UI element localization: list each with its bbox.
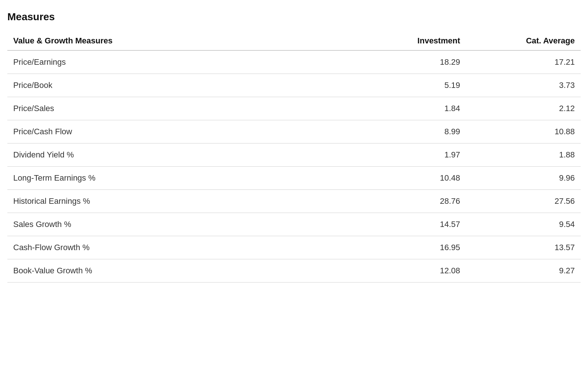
measures-table: Value & Growth Measures Investment Cat. …: [7, 32, 581, 283]
header-cat-average: Cat. Average: [466, 32, 581, 50]
table-row: Dividend Yield %1.971.88: [7, 143, 581, 167]
cell-cat-average: 9.27: [466, 259, 581, 283]
cell-cat-average: 13.57: [466, 236, 581, 259]
cell-cat-average: 17.21: [466, 50, 581, 74]
table-row: Sales Growth %14.579.54: [7, 213, 581, 236]
table-header-row: Value & Growth Measures Investment Cat. …: [7, 32, 581, 50]
cell-investment: 10.48: [351, 167, 466, 190]
header-investment: Investment: [351, 32, 466, 50]
cell-label: Dividend Yield %: [7, 143, 351, 167]
cell-cat-average: 2.12: [466, 97, 581, 120]
cell-investment: 14.57: [351, 213, 466, 236]
cell-label: Price/Earnings: [7, 50, 351, 74]
cell-label: Cash-Flow Growth %: [7, 236, 351, 259]
table-row: Price/Cash Flow8.9910.88: [7, 120, 581, 143]
table-row: Long-Term Earnings %10.489.96: [7, 167, 581, 190]
cell-investment: 28.76: [351, 190, 466, 213]
cell-investment: 5.19: [351, 74, 466, 97]
cell-label: Price/Cash Flow: [7, 120, 351, 143]
table-row: Price/Book5.193.73: [7, 74, 581, 97]
cell-label: Price/Book: [7, 74, 351, 97]
header-label: Value & Growth Measures: [7, 32, 351, 50]
cell-cat-average: 27.56: [466, 190, 581, 213]
cell-cat-average: 9.96: [466, 167, 581, 190]
table-row: Cash-Flow Growth %16.9513.57: [7, 236, 581, 259]
cell-investment: 16.95: [351, 236, 466, 259]
cell-cat-average: 9.54: [466, 213, 581, 236]
cell-label: Book-Value Growth %: [7, 259, 351, 283]
cell-cat-average: 3.73: [466, 74, 581, 97]
cell-label: Price/Sales: [7, 97, 351, 120]
cell-investment: 18.29: [351, 50, 466, 74]
cell-label: Sales Growth %: [7, 213, 351, 236]
cell-label: Long-Term Earnings %: [7, 167, 351, 190]
cell-investment: 12.08: [351, 259, 466, 283]
cell-label: Historical Earnings %: [7, 190, 351, 213]
table-row: Book-Value Growth %12.089.27: [7, 259, 581, 283]
cell-investment: 1.97: [351, 143, 466, 167]
cell-investment: 8.99: [351, 120, 466, 143]
page-title: Measures: [7, 11, 581, 23]
table-row: Price/Earnings18.2917.21: [7, 50, 581, 74]
cell-investment: 1.84: [351, 97, 466, 120]
cell-cat-average: 10.88: [466, 120, 581, 143]
table-row: Price/Sales1.842.12: [7, 97, 581, 120]
table-row: Historical Earnings %28.7627.56: [7, 190, 581, 213]
cell-cat-average: 1.88: [466, 143, 581, 167]
